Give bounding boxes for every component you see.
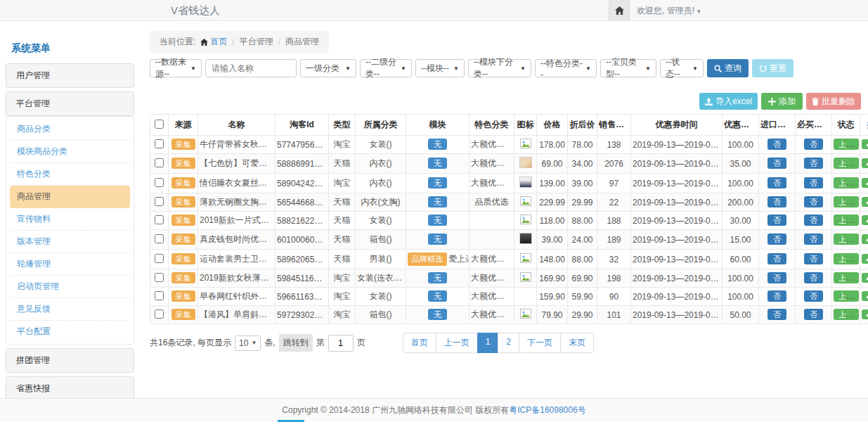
row-checkbox[interactable] <box>155 309 164 319</box>
page-button-上一页[interactable]: 上一页 <box>436 333 478 353</box>
edit-button[interactable] <box>862 139 868 149</box>
import-select-toggle[interactable]: 否 <box>767 290 786 302</box>
sidebar-item-商品管理[interactable]: 商品管理 <box>10 186 130 208</box>
sidebar-item-商品分类[interactable]: 商品分类 <box>10 118 130 141</box>
sidebar-item-意见反馈[interactable]: 意见反馈 <box>10 298 130 321</box>
row-checkbox[interactable] <box>155 254 164 263</box>
edit-button[interactable] <box>862 158 868 168</box>
must-buy-toggle[interactable]: 否 <box>804 196 823 207</box>
module-none-badge[interactable]: 无 <box>428 234 447 245</box>
status-toggle[interactable]: 上架 <box>834 309 859 320</box>
row-checkbox[interactable] <box>155 197 164 206</box>
status-toggle[interactable]: 上架 <box>834 215 859 226</box>
page-button-1[interactable]: 1 <box>477 333 499 353</box>
import-select-toggle[interactable]: 否 <box>767 272 786 283</box>
row-checkbox[interactable] <box>155 139 164 148</box>
row-checkbox[interactable] <box>155 273 164 282</box>
filter-select-module[interactable]: --模块--▼ <box>415 59 465 77</box>
edit-button[interactable] <box>862 234 868 244</box>
import-select-toggle[interactable]: 否 <box>767 309 786 320</box>
module-none-badge[interactable]: 无 <box>428 158 447 169</box>
import-select-toggle[interactable]: 否 <box>767 139 786 150</box>
filter-select-data-source[interactable]: --数据来源--▼ <box>150 59 202 77</box>
module-none-badge[interactable]: 无 <box>428 177 447 188</box>
import-select-toggle[interactable]: 否 <box>767 196 786 207</box>
user-menu[interactable]: 欢迎您, 管理员!▾ <box>637 0 701 22</box>
sidebar-item-宣传物料[interactable]: 宣传物料 <box>10 208 130 231</box>
status-toggle[interactable]: 上架 <box>834 234 859 245</box>
page-button-首页[interactable]: 首页 <box>403 333 436 353</box>
sidebar-item-平台配置[interactable]: 平台配置 <box>10 321 130 343</box>
filter-select-level2-category[interactable]: --二级分类--▼ <box>360 59 412 77</box>
import-select-toggle[interactable]: 否 <box>767 177 786 188</box>
sidebar-item-特色分类[interactable]: 特色分类 <box>10 163 130 186</box>
status-toggle[interactable]: 上架 <box>834 290 859 302</box>
status-toggle[interactable]: 上架 <box>834 272 859 283</box>
page-number-input[interactable] <box>328 335 354 352</box>
import-select-toggle[interactable]: 否 <box>767 234 786 245</box>
module-none-badge[interactable]: 无 <box>428 272 447 283</box>
filter-select-item-type[interactable]: --宝贝类型--▼ <box>600 59 656 77</box>
edit-button[interactable] <box>862 254 868 264</box>
module-none-badge[interactable]: 无 <box>428 139 447 150</box>
row-checkbox[interactable] <box>155 178 164 187</box>
must-buy-toggle[interactable]: 否 <box>804 290 823 302</box>
must-buy-toggle[interactable]: 否 <box>804 272 823 283</box>
sidebar-item-版本管理[interactable]: 版本管理 <box>10 231 130 253</box>
edit-button[interactable] <box>862 178 868 188</box>
sidebar-item-轮播管理[interactable]: 轮播管理 <box>10 253 130 276</box>
reset-button[interactable]: 重置 <box>752 59 793 77</box>
import-select-toggle[interactable]: 否 <box>767 215 786 226</box>
must-buy-toggle[interactable]: 否 <box>804 234 823 245</box>
per-page-select[interactable]: 10▼ <box>235 335 261 351</box>
select-all-checkbox[interactable] <box>155 120 164 129</box>
sidebar-panel-user-management[interactable]: 用户管理 <box>6 63 134 88</box>
module-none-badge[interactable]: 无 <box>428 196 447 207</box>
page-button-下一页[interactable]: 下一页 <box>519 333 561 353</box>
import-select-toggle[interactable]: 否 <box>767 253 786 264</box>
sidebar-item-启动页管理[interactable]: 启动页管理 <box>10 276 130 298</box>
name-search-input[interactable] <box>205 59 297 77</box>
sidebar-panel-拼团管理[interactable]: 拼团管理 <box>6 348 134 373</box>
row-checkbox[interactable] <box>155 215 164 224</box>
search-button[interactable]: 查询 <box>707 59 749 77</box>
home-nav-button[interactable] <box>609 0 630 20</box>
jump-to-button[interactable]: 跳转到 <box>279 334 313 352</box>
import-excel-button[interactable]: 导入excel <box>699 93 758 110</box>
module-none-badge[interactable]: 无 <box>428 215 447 226</box>
must-buy-toggle[interactable]: 否 <box>804 309 823 320</box>
edit-button[interactable] <box>862 291 868 301</box>
row-checkbox[interactable] <box>155 291 164 300</box>
must-buy-toggle[interactable]: 否 <box>804 139 823 150</box>
status-toggle[interactable]: 上架 <box>834 158 859 169</box>
sidebar-item-模块商品分类[interactable]: 模块商品分类 <box>10 141 130 163</box>
breadcrumb-home-link[interactable]: 首页 <box>200 36 227 48</box>
add-button[interactable]: 添加 <box>761 93 803 110</box>
status-toggle[interactable]: 上架 <box>834 139 859 150</box>
edit-button[interactable] <box>862 197 868 207</box>
page-button-末页[interactable]: 末页 <box>560 333 594 353</box>
status-toggle[interactable]: 上架 <box>834 196 859 207</box>
edit-button[interactable] <box>862 215 868 225</box>
edit-button[interactable] <box>862 309 868 319</box>
sidebar-panel-platform-management[interactable]: 平台管理 <box>6 91 134 116</box>
must-buy-toggle[interactable]: 否 <box>804 215 823 226</box>
row-checkbox[interactable] <box>155 234 164 243</box>
row-checkbox[interactable] <box>155 158 164 167</box>
must-buy-toggle[interactable]: 否 <box>804 177 823 188</box>
filter-select-level1-category[interactable]: 一级分类▼ <box>300 59 356 77</box>
module-none-badge[interactable]: 无 <box>428 309 447 320</box>
filter-select-status[interactable]: --状态--▼ <box>660 59 704 77</box>
module-none-badge[interactable]: 无 <box>428 290 447 302</box>
module-badge[interactable]: 品牌精选 <box>408 252 447 266</box>
import-select-toggle[interactable]: 否 <box>767 158 786 169</box>
must-buy-toggle[interactable]: 否 <box>804 253 823 264</box>
status-toggle[interactable]: 上架 <box>834 253 859 264</box>
sidebar-panel-省惠快报[interactable]: 省惠快报 <box>6 376 134 401</box>
icp-link[interactable]: 粤ICP备16098006号 <box>509 404 585 416</box>
filter-select-feature-category[interactable]: --特色分类--▼ <box>535 59 597 77</box>
filter-select-module-sub-category[interactable]: --模块下分类--▼ <box>468 59 531 77</box>
batch-delete-button[interactable]: 批量删除 <box>806 93 861 110</box>
page-button-2[interactable]: 2 <box>498 333 519 353</box>
status-toggle[interactable]: 上架 <box>834 177 859 188</box>
